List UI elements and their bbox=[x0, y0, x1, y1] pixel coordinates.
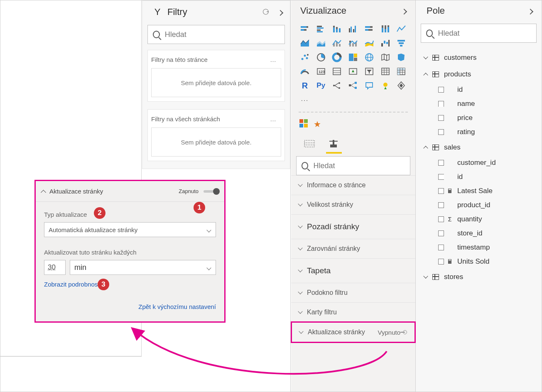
stacked-area-icon[interactable] bbox=[315, 38, 327, 49]
section-wallpaper[interactable]: Tapeta bbox=[291, 258, 415, 283]
field-rating[interactable]: rating bbox=[416, 125, 542, 139]
collapse-icon[interactable] bbox=[528, 5, 532, 16]
field-id[interactable]: id bbox=[416, 170, 542, 184]
favorite-icon[interactable]: ★ bbox=[314, 119, 321, 130]
section-page-info[interactable]: Informace o stránce bbox=[291, 175, 415, 195]
fields-search[interactable] bbox=[421, 24, 537, 43]
filled-map-icon[interactable] bbox=[379, 52, 392, 63]
slicer-icon[interactable] bbox=[363, 66, 375, 77]
collapse-icon[interactable] bbox=[278, 7, 282, 17]
arcgis-icon[interactable] bbox=[379, 80, 392, 91]
field-timestamp[interactable]: timestamp bbox=[416, 240, 542, 255]
page-refresh-callout: Aktualizace stránky Zapnuto Typ aktualiz… bbox=[34, 180, 226, 323]
refresh-type-select[interactable]: Automatická aktualizace stránky bbox=[44, 222, 216, 237]
svg-point-46 bbox=[306, 57, 308, 59]
table-icon bbox=[432, 145, 439, 150]
more-visuals-icon[interactable]: ··· bbox=[299, 94, 311, 105]
page-refresh-toggle[interactable] bbox=[204, 190, 218, 193]
svg-rect-50 bbox=[349, 54, 353, 61]
show-details-link[interactable]: Zobrazit podrobnosti bbox=[44, 281, 101, 288]
table-customers[interactable]: customers bbox=[416, 49, 542, 66]
gauge-icon[interactable] bbox=[299, 66, 311, 77]
field-price[interactable]: price bbox=[416, 111, 542, 125]
field-product-id[interactable]: product_id bbox=[416, 198, 542, 212]
area-chart-icon[interactable] bbox=[299, 38, 311, 49]
field-store-id[interactable]: store_id bbox=[416, 226, 542, 240]
filters-search-input[interactable] bbox=[165, 30, 280, 39]
section-page-bg[interactable]: Pozadí stránky bbox=[291, 214, 415, 239]
svg-rect-26 bbox=[387, 25, 389, 27]
treemap-icon[interactable] bbox=[347, 52, 359, 63]
section-filter-cards[interactable]: Karty filtru bbox=[291, 302, 415, 322]
svg-rect-58 bbox=[333, 68, 341, 75]
clustered-column-icon[interactable] bbox=[347, 24, 359, 34]
stacked-bar-icon[interactable] bbox=[299, 24, 311, 34]
viz-search[interactable] bbox=[296, 156, 410, 175]
pie-icon[interactable] bbox=[315, 52, 327, 63]
section-page-size[interactable]: Velikost stránky bbox=[291, 195, 415, 214]
collapse-icon[interactable] bbox=[402, 5, 406, 16]
section-page-align[interactable]: Zarovnání stránky bbox=[291, 239, 415, 258]
donut-icon[interactable] bbox=[331, 52, 343, 63]
field-customer-id[interactable]: customer_id bbox=[416, 156, 542, 170]
svg-rect-11 bbox=[336, 27, 338, 29]
field-units-sold[interactable]: 🖩Units Sold bbox=[416, 255, 542, 269]
field-quantity[interactable]: Σquantity bbox=[416, 212, 542, 226]
annotation-badge-3: 3 bbox=[98, 279, 109, 290]
decomposition-tree-icon[interactable] bbox=[347, 80, 359, 91]
table-sales[interactable]: sales bbox=[416, 139, 542, 156]
multi-row-card-icon[interactable] bbox=[331, 66, 343, 77]
clustered-bar-icon[interactable] bbox=[315, 24, 327, 34]
fields-search-input[interactable] bbox=[438, 29, 531, 38]
section-filter-pane[interactable]: Podokno filtru bbox=[291, 283, 415, 302]
ribbon-chart-icon[interactable] bbox=[363, 38, 375, 49]
python-visual-icon[interactable]: Py bbox=[315, 80, 327, 91]
filter-dropzone[interactable]: Sem přidejte datová pole. bbox=[151, 127, 281, 157]
stacked-column-100-icon[interactable] bbox=[379, 24, 392, 34]
more-icon[interactable]: … bbox=[270, 56, 277, 63]
stacked-bar-100-icon[interactable] bbox=[363, 24, 375, 34]
filter-block-title: Filtry na všech stránkách bbox=[151, 115, 220, 122]
r-visual-icon[interactable]: R bbox=[299, 80, 311, 91]
azure-map-icon[interactable] bbox=[395, 80, 407, 91]
table-icon bbox=[432, 55, 439, 61]
filters-search[interactable] bbox=[147, 25, 285, 44]
fields-tab[interactable] bbox=[304, 139, 316, 150]
refresh-unit-select[interactable]: min bbox=[70, 260, 216, 275]
reset-default-link[interactable]: Zpět k výchozímu nastavení bbox=[138, 303, 216, 310]
card-icon[interactable]: 123 bbox=[315, 66, 327, 77]
visibility-icon[interactable]: ○̵ bbox=[262, 7, 269, 17]
scatter-icon[interactable] bbox=[299, 52, 311, 63]
line-clustered-column-icon[interactable] bbox=[331, 38, 343, 49]
matrix-icon[interactable] bbox=[395, 66, 407, 77]
svg-line-80 bbox=[335, 86, 338, 88]
annotation-badge-1: 1 bbox=[194, 202, 205, 213]
field-name[interactable]: name bbox=[416, 97, 542, 111]
format-tab[interactable] bbox=[328, 139, 340, 150]
table-products[interactable]: products bbox=[416, 66, 542, 83]
refresh-interval-input[interactable]: 30 bbox=[44, 260, 66, 275]
more-icon[interactable]: … bbox=[270, 115, 277, 122]
stacked-column-icon[interactable] bbox=[331, 24, 343, 34]
filter-block-all: Filtry na všech stránkách … Sem přidejte… bbox=[147, 109, 285, 161]
ms-apps-icon[interactable] bbox=[299, 119, 308, 130]
funnel-icon[interactable] bbox=[395, 38, 407, 49]
shape-map-icon[interactable] bbox=[395, 52, 407, 63]
svg-rect-6 bbox=[317, 29, 321, 31]
chevron-up-icon[interactable] bbox=[41, 190, 46, 195]
section-page-refresh[interactable]: Aktualizace stránky Vypnuto bbox=[291, 321, 416, 343]
field-id[interactable]: id bbox=[416, 83, 542, 97]
line-stacked-column-icon[interactable] bbox=[347, 38, 359, 49]
kpi-icon[interactable] bbox=[347, 66, 359, 77]
field-latest-sale[interactable]: 🖩Latest Sale bbox=[416, 184, 542, 198]
viz-search-input[interactable] bbox=[313, 162, 405, 170]
filter-dropzone[interactable]: Sem přidejte datová pole. bbox=[151, 68, 281, 97]
qna-visual-icon[interactable] bbox=[363, 80, 375, 91]
key-influencers-icon[interactable] bbox=[331, 80, 343, 91]
waterfall-icon[interactable] bbox=[379, 38, 392, 49]
map-icon[interactable] bbox=[363, 52, 375, 63]
table-icon[interactable] bbox=[379, 66, 392, 77]
line-chart-icon[interactable] bbox=[395, 24, 407, 34]
svg-rect-7 bbox=[317, 31, 323, 32]
table-stores[interactable]: stores bbox=[416, 269, 542, 285]
